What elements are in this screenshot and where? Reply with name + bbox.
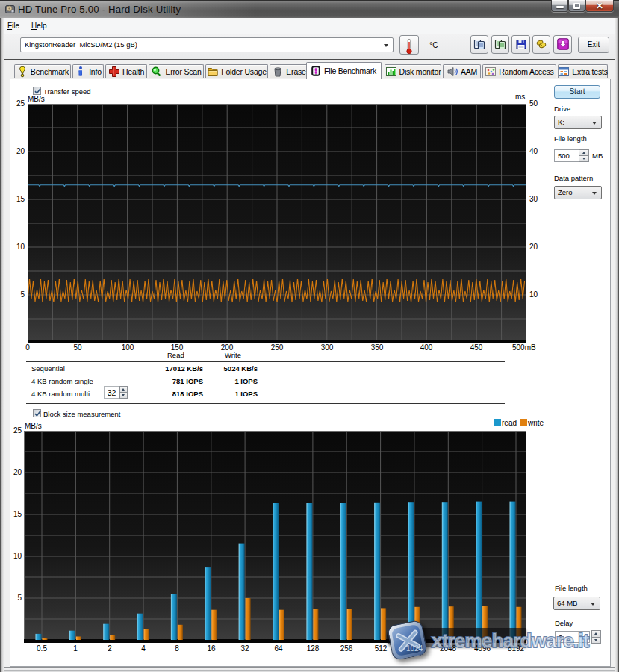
svg-text:xtremehardware.it: xtremehardware.it xyxy=(432,629,590,652)
